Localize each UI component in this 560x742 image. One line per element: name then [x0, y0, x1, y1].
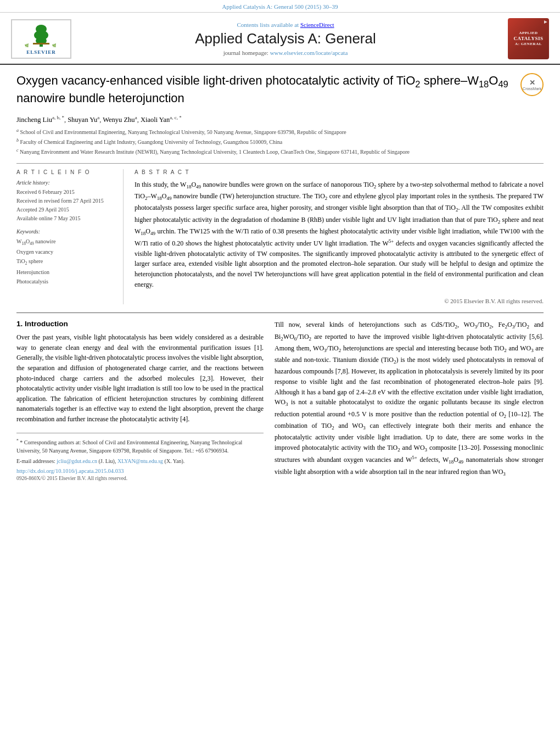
sciencedirect-link: Contents lists available at ScienceDirec…: [71, 21, 500, 28]
author2-name: Shuyan Yu: [68, 116, 97, 124]
footnote-email: E-mail addresses: jcliu@gdut.edu.cn (J. …: [16, 457, 264, 465]
author3-name: Wenyu Zhu: [103, 116, 135, 124]
article-title: Oxygen vacancy-enhanced visible light-dr…: [16, 73, 512, 106]
body-col-left: 1. Introduction Over the past years, vis…: [16, 320, 264, 484]
kw4: Heterojunction: [16, 267, 115, 277]
email1-link[interactable]: jcliu@gdut.edu.cn: [57, 458, 97, 464]
received-date: Received 6 February 2015: [16, 188, 115, 197]
kw2: Oxygen vacancy: [16, 247, 115, 256]
history-label: Article history:: [16, 180, 115, 186]
elsevier-logo: 🌿 🌿 ELSEVIER: [11, 19, 71, 59]
elsevier-wordmark: ELSEVIER: [26, 49, 56, 55]
doi-line: http://dx.doi.org/10.1016/j.apcata.2015.…: [16, 468, 264, 474]
journal-citation: Applied Catalysis A: General 500 (2015) …: [222, 3, 338, 10]
catalysis-logo-text: APPLIED CATALYSIS A: GENERAL: [514, 31, 544, 47]
affiliations: a School of Civil and Environmental Engi…: [16, 127, 544, 157]
affiliation-a: a School of Civil and Environmental Engi…: [16, 127, 544, 136]
page-wrapper: Applied Catalysis A: General 500 (2015) …: [0, 0, 560, 492]
journal-homepage: journal homepage: www.elsevier.com/locat…: [71, 49, 500, 56]
keywords-label: Keywords:: [16, 228, 115, 235]
keywords-block: Keywords: W18O49 nanowire Oxygen vacancy…: [16, 228, 115, 287]
article-content: Oxygen vacancy-enhanced visible light-dr…: [0, 65, 560, 492]
kw3: TiO2 sphere: [16, 256, 115, 267]
journal-top-bar: Applied Catalysis A: General 500 (2015) …: [0, 0, 560, 13]
history-block: Article history: Received 6 February 201…: [16, 180, 115, 223]
abstract-copyright: © 2015 Elsevier B.V. All rights reserved…: [135, 295, 544, 304]
contents-text: Contents lists available at: [237, 21, 299, 28]
journal-name-title: Applied Catalysis A: General: [71, 30, 500, 47]
intro-paragraph-left: Over the past years, visible light photo…: [16, 332, 264, 424]
revised-date: Received in revised form 27 April 2015: [16, 197, 115, 205]
body-divider: [16, 313, 544, 313]
author4-name: Xiaoli Yan: [141, 116, 170, 124]
body-two-col: 1. Introduction Over the past years, vis…: [16, 320, 544, 484]
svg-rect-4: [33, 43, 49, 44]
elsevier-logo-box: 🌿 🌿 ELSEVIER: [11, 19, 71, 59]
affiliation-c: c Nanyang Environment and Water Research…: [16, 147, 544, 156]
homepage-url[interactable]: www.elsevier.com/locate/apcata: [270, 49, 348, 56]
authors-line: Jincheng Liua, b, *, Shuyan Yua, Wenyu Z…: [16, 115, 544, 124]
catalysis-logo: APPLIED CATALYSIS A: GENERAL ▶: [508, 18, 549, 59]
affiliation-b: b Faculty of Chemical Engineering and Li…: [16, 137, 544, 146]
body-col-right: Till now, several kinds of heterojunctio…: [275, 320, 544, 484]
journal-title-center: Contents lists available at ScienceDirec…: [71, 21, 500, 56]
svg-text:🌿: 🌿: [25, 43, 29, 48]
author2-sup: a: [97, 115, 99, 120]
author4-sup: a, c, *: [170, 115, 182, 120]
accepted-date: Accepted 29 April 2015: [16, 205, 115, 214]
svg-text:🌿: 🌿: [52, 43, 57, 48]
intro-section-title: 1. Introduction: [16, 320, 264, 328]
author3-sup: a: [135, 115, 137, 120]
catalysis-logo-box: APPLIED CATALYSIS A: GENERAL ▶: [500, 18, 549, 59]
svg-point-3: [36, 25, 47, 34]
email2-link[interactable]: XLYAN@ntu.edu.sg: [117, 458, 163, 464]
homepage-prefix: journal homepage:: [223, 49, 268, 56]
doi-link[interactable]: http://dx.doi.org/10.1016/j.apcata.2015.…: [16, 468, 124, 474]
abstract-text: In this study, the W18O49 nanowire bundl…: [135, 180, 544, 290]
article-info-header: A R T I C L E I N F O: [16, 169, 115, 175]
crossmark-badge: ✕ CrossMark: [520, 73, 544, 96]
elsevier-tree-svg: 🌿 🌿: [22, 23, 60, 48]
crossmark-inner: ✕ CrossMark: [523, 79, 541, 91]
footnotes-section: * * Corresponding authors at: School of …: [16, 433, 264, 465]
info-dates: Received 6 February 2015 Received in rev…: [16, 188, 115, 223]
sciencedirect-anchor[interactable]: ScienceDirect: [300, 21, 334, 28]
kw5: Photocatalysis: [16, 277, 115, 286]
abstract-header: A B S T R A C T: [135, 169, 544, 175]
info-abstract-section: A R T I C L E I N F O Article history: R…: [16, 169, 544, 305]
article-info-col: A R T I C L E I N F O Article history: R…: [16, 169, 124, 305]
author1-sup: a, b, *: [52, 115, 64, 120]
journal-header: 🌿 🌿 ELSEVIER Contents lists available at…: [0, 13, 560, 65]
footnote-corresponding: * * Corresponding authors at: School of …: [16, 438, 264, 455]
crossmark-circle: ✕ CrossMark: [520, 73, 544, 96]
keywords-list: W18O49 nanowire Oxygen vacancy TiO2 sphe…: [16, 237, 115, 287]
copyright-footer: 0926-860X/© 2015 Elsevier B.V. All right…: [16, 476, 264, 481]
author1-name: Jincheng Liu: [16, 116, 52, 124]
kw1: W18O49 nanowire: [16, 237, 115, 248]
available-date: Available online 7 May 2015: [16, 214, 115, 223]
header-divider: [16, 163, 544, 164]
article-title-section: Oxygen vacancy-enhanced visible light-dr…: [16, 73, 544, 110]
intro-paragraph-right: Till now, several kinds of heterojunctio…: [275, 320, 544, 478]
abstract-col: A B S T R A C T In this study, the W18O4…: [135, 169, 544, 305]
article-title-text: Oxygen vacancy-enhanced visible light-dr…: [16, 73, 512, 106]
